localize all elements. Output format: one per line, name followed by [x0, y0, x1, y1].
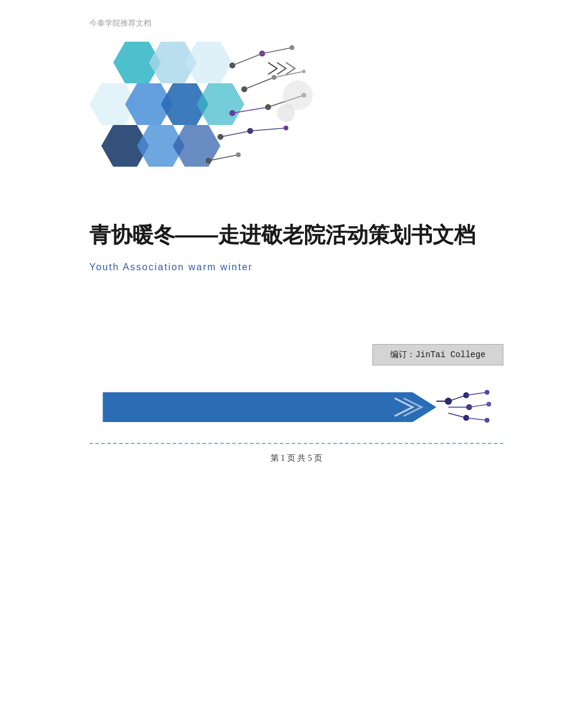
main-title: 青协暖冬——走进敬老院活动策划书文档 — [89, 220, 503, 250]
svg-point-14 — [290, 45, 294, 50]
svg-point-45 — [487, 402, 492, 407]
svg-marker-6 — [197, 83, 244, 125]
svg-line-44 — [469, 404, 489, 407]
subtitle: Youth Association warm winter — [89, 262, 503, 273]
svg-marker-9 — [173, 125, 220, 167]
svg-point-41 — [485, 390, 490, 395]
svg-line-48 — [466, 418, 487, 420]
svg-line-12 — [232, 54, 262, 65]
hero-image — [89, 36, 316, 202]
svg-point-49 — [485, 418, 490, 423]
edit-box: 编订：JinTai College — [89, 344, 503, 365]
svg-line-16 — [244, 77, 274, 89]
svg-line-28 — [250, 128, 286, 131]
svg-line-40 — [466, 392, 487, 395]
document-page: 今泰学院推荐文档 — [0, 0, 563, 728]
watermark-label: 今泰学院推荐文档 — [89, 18, 151, 29]
content-spacer — [89, 296, 503, 344]
edit-label: 编订：JinTai College — [372, 344, 503, 365]
svg-point-32 — [236, 152, 241, 157]
dashed-divider — [89, 443, 503, 444]
svg-marker-2 — [185, 42, 232, 83]
svg-point-29 — [284, 126, 288, 130]
svg-point-19 — [302, 70, 306, 73]
arrow-section — [89, 383, 503, 431]
page-number: 第 1 页 共 5 页 — [89, 453, 503, 464]
svg-marker-35 — [103, 392, 437, 422]
svg-point-34 — [277, 104, 295, 122]
svg-line-13 — [262, 48, 292, 54]
svg-line-26 — [220, 131, 250, 137]
